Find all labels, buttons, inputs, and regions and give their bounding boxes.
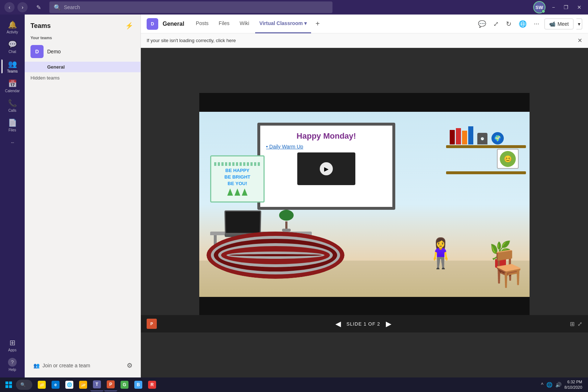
more-actions-button[interactable]: ··· <box>532 18 542 30</box>
laptop-screen <box>224 211 261 234</box>
sidebar-activity-label: Activity <box>7 30 18 34</box>
taskbar-app-chrome[interactable]: 🌐 <box>63 378 76 391</box>
tray-network[interactable]: 🌐 <box>546 382 552 388</box>
prev-slide-button[interactable]: ◀ <box>334 318 342 330</box>
tree3 <box>242 188 248 196</box>
tab-files[interactable]: Files <box>215 15 234 33</box>
taskbar-app-edge[interactable]: e <box>49 378 62 391</box>
taskbar-app-explorer[interactable]: 📁 <box>35 378 48 391</box>
taskbar-app-teams[interactable]: T <box>90 378 103 391</box>
search-input[interactable] <box>64 4 328 10</box>
content-area: D General Posts Files Wiki Virtual Class… <box>141 15 588 377</box>
poster-decoration <box>214 162 261 166</box>
avatar[interactable]: SW <box>533 1 546 13</box>
next-slide-button[interactable]: ▶ <box>384 318 393 330</box>
taskbar-app-red[interactable]: R <box>146 378 159 391</box>
wb-daily-warmup[interactable]: Daily Warm Up <box>266 144 387 150</box>
blue-app-icon: B <box>134 381 142 389</box>
chevron-down-icon: ▾ <box>304 20 307 26</box>
reload-button[interactable]: ↻ <box>504 18 514 30</box>
sidebar-item-help[interactable]: ? Help <box>1 355 23 375</box>
fullscreen-button[interactable]: ⤢ <box>577 320 582 327</box>
status-indicator <box>542 9 545 13</box>
tray-chevron[interactable]: ^ <box>541 382 543 388</box>
activity-icon: 🔔 <box>8 20 17 29</box>
globe-decoration: 🌍 <box>491 132 504 144</box>
conversation-button[interactable]: 💬 <box>476 18 488 30</box>
sidebar-item-apps[interactable]: ⊞ Apps <box>1 335 23 355</box>
channel-team-avatar: D <box>147 18 158 30</box>
book2 <box>456 128 461 144</box>
slide-top-bar <box>199 93 530 112</box>
meet-button[interactable]: 📹 Meet <box>544 19 573 29</box>
play-button[interactable]: ▶ <box>320 162 333 175</box>
your-teams-label: Your teams <box>25 34 140 41</box>
green-item: 😊 <box>500 151 516 167</box>
minimize-button[interactable]: − <box>550 3 557 12</box>
edit-button[interactable]: ✎ <box>33 2 44 12</box>
search-bar[interactable]: 🔍 <box>49 1 332 13</box>
team-demo[interactable]: D Demo ··· <box>25 41 140 62</box>
globe-button[interactable]: 🌐 <box>516 18 529 30</box>
slide-navigation: ◀ SLIDE 1 OF 2 ▶ <box>334 318 393 330</box>
filter-button[interactable]: ⚡ <box>124 20 135 31</box>
settings-button[interactable]: ⚙ <box>124 359 135 372</box>
sidebar-item-files[interactable]: 📄 Files <box>1 115 23 135</box>
sidebar-item-calls[interactable]: 📞 Calls <box>1 96 23 115</box>
forward-button[interactable]: › <box>17 2 28 12</box>
notification-close-button[interactable]: ✕ <box>577 37 582 44</box>
back-button[interactable]: ‹ <box>4 2 15 12</box>
book3 <box>462 131 467 144</box>
start-button[interactable] <box>3 379 15 391</box>
sidebar-help-label: Help <box>9 368 16 372</box>
slide-view-buttons: ⊞ ⤢ <box>570 320 582 327</box>
add-tab-button[interactable]: + <box>313 20 323 28</box>
sidebar-files-label: Files <box>8 128 16 132</box>
join-create-button[interactable]: 👥 Join or create a team <box>30 360 93 371</box>
tree1 <box>227 188 233 196</box>
taskbar-app-files[interactable]: 📂 <box>77 378 90 391</box>
channel-general[interactable]: General <box>25 62 140 72</box>
tree2 <box>234 188 240 196</box>
sidebar-item-calendar[interactable]: 📅 Calendar <box>1 76 23 96</box>
taskbar-app-blue[interactable]: B <box>132 378 145 391</box>
calls-icon: 📞 <box>8 99 17 107</box>
hidden-teams-label[interactable]: Hidden teams <box>25 72 140 83</box>
sidebar-item-more[interactable]: ··· <box>1 135 23 150</box>
taskbar-app-green[interactable]: G <box>118 378 131 391</box>
video-player[interactable]: ▶ <box>297 152 355 185</box>
tab-virtual-classroom[interactable]: Virtual Classroom ▾ <box>255 15 311 33</box>
sidebar-item-chat[interactable]: 💬 Chat <box>1 37 23 57</box>
taskbar-clock[interactable]: 6:32 PM 8/10/2020 <box>564 379 582 391</box>
expand-button[interactable]: ⤢ <box>491 18 501 30</box>
taskbar-app-ppt[interactable]: P <box>104 378 117 391</box>
channel-header: D General Posts Files Wiki Virtual Class… <box>141 15 588 33</box>
meet-label: Meet <box>558 21 569 27</box>
whiteboard: Happy Monday! Daily Warm Up ▶ <box>257 123 395 210</box>
search-icon: 🔍 <box>54 4 61 11</box>
sidebar-calendar-label: Calendar <box>5 89 20 93</box>
taskbar-search[interactable]: 🔍 <box>16 380 32 390</box>
apps-icon: ⊞ <box>8 338 17 347</box>
tray-volume[interactable]: 🔊 <box>555 382 562 388</box>
sidebar-item-teams[interactable]: 👥 Teams <box>1 57 23 76</box>
meet-icon: 📹 <box>549 21 555 27</box>
meet-dropdown-button[interactable]: ▾ <box>576 19 582 29</box>
join-icon: 👥 <box>33 363 40 368</box>
teams-panel-bottom: 👥 Join or create a team ⚙ <box>25 354 140 377</box>
tab-posts[interactable]: Posts <box>192 15 213 33</box>
close-button[interactable]: ✕ <box>575 3 584 12</box>
slide-container: 🕐 🌍 😊 <box>199 112 530 297</box>
channel-name-title: General <box>163 21 184 27</box>
tab-wiki[interactable]: Wiki <box>235 15 253 33</box>
shelf-1 <box>446 145 526 148</box>
sidebar-item-activity[interactable]: 🔔 Activity <box>1 17 23 37</box>
maximize-button[interactable]: ❐ <box>562 3 571 12</box>
slide-toolbar: P ◀ SLIDE 1 OF 2 ▶ ⊞ ⤢ <box>141 315 588 332</box>
poster: BE HAPPY BE BRIGHT BE YOU! <box>210 155 265 203</box>
calendar-icon: 📅 <box>8 79 17 88</box>
titlebar: ‹ › ✎ 🔍 SW − ❐ ✕ <box>0 0 588 15</box>
grid-view-button[interactable]: ⊞ <box>570 320 575 327</box>
bonsai-top <box>279 210 294 221</box>
explorer-icon: 📁 <box>38 381 46 389</box>
